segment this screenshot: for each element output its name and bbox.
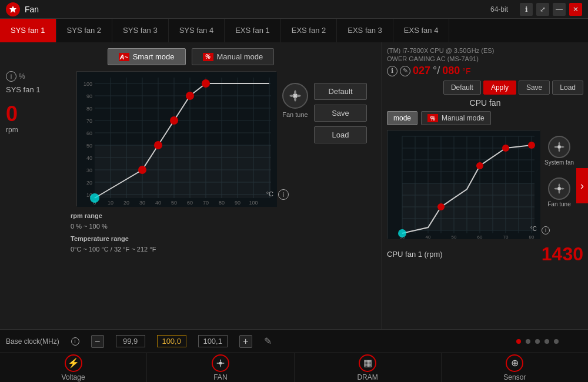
clock-minus-button[interactable]: − [91,335,104,348]
fan-tune-item: Fan tune [544,177,574,207]
svg-text:100: 100 [83,81,92,87]
smart-mode-icon: A~ [119,53,129,61]
nav-bar: ⚡ Voltage FAN ▦ DRAM ⊕ Sensor [0,353,588,382]
clock-value-2[interactable] [157,335,186,347]
default-button[interactable]: Default [314,83,367,100]
cpu-fan-rpm-row: CPU fan 1 (rpm) 1430 [387,243,583,265]
nav-dram-label: DRAM [357,373,377,381]
tab-exs-fan-3[interactable]: EXS fan 3 [337,19,393,42]
load-button[interactable]: Load [314,126,367,143]
app-logo [6,2,20,16]
info-button[interactable]: ℹ [520,3,533,16]
svg-point-82 [476,162,483,169]
system-fan-icon[interactable] [548,136,570,158]
fan-tune-right-label: Fan tune [547,201,570,207]
right-edit-icon[interactable]: ✎ [400,66,410,76]
system-fan-item: System fan [544,136,574,166]
nav-dram[interactable]: ▦ DRAM [295,353,442,382]
tab-exs-fan-4[interactable]: EXS fan 4 [393,19,450,42]
pagination-dots [516,339,559,344]
nav-voltage[interactable]: ⚡ Voltage [0,353,147,382]
cpu-mode-row: mode % Manual mode [387,111,583,125]
svg-point-80 [398,229,406,237]
smart-mode-button[interactable]: A~ Smart mode [108,48,186,65]
nav-fan[interactable]: FAN [147,353,294,382]
temp-range-value: 0°C ~ 100 °C / 32 °F ~ 212 °F [71,244,376,255]
sensor-icon: ⊕ [506,354,523,372]
base-clock-info-icon[interactable]: i [71,337,79,346]
cpu-chart-row: 30 40 50 60 70 80 [387,130,583,239]
chart-info-icon[interactable]: i [278,189,289,200]
fan-tune-button[interactable] [282,83,308,109]
tab-sys-fan-2[interactable]: SYS fan 2 [56,19,113,42]
clock-value-3[interactable] [198,335,228,347]
mode-buttons-row: A~ Smart mode % Manual mode [6,48,376,65]
fan-icon [212,354,229,372]
svg-text:30: 30 [86,167,92,173]
svg-text:50: 50 [86,143,92,149]
system-fan-label: System fan [544,159,574,166]
right-icons-col: System fan Fan tune [544,130,574,207]
minimize-button[interactable]: — [553,3,566,16]
fan-chart[interactable]: 100 90 80 70 60 50 40 30 20 10 0 10 [76,71,276,206]
clock-value-1[interactable] [116,335,145,347]
dot-5 [554,339,559,344]
cpu-fan-chart[interactable]: 30 40 50 60 70 80 [387,130,540,239]
chart-x-unit: °C [266,190,273,197]
svg-text:100: 100 [249,200,258,206]
range-info: rpm range 0 % ~ 100 % Temperature range … [6,211,376,254]
fan-tune-label: Fan tune [282,111,308,118]
board-name: OWER GAMING AC (MS-7A91) [387,55,583,62]
fan-rpm-value: 0 [6,103,71,125]
save-button[interactable]: Save [314,105,367,122]
fan-info-icon[interactable]: i [6,71,16,82]
svg-point-83 [502,145,509,152]
svg-point-45 [90,193,99,203]
svg-text:90: 90 [235,200,240,206]
right-save-button[interactable]: Save [519,81,550,95]
cpu-mode-button[interactable]: mode [387,111,417,125]
svg-text:50: 50 [452,234,457,239]
fan-tune-right-icon[interactable] [548,177,570,200]
temp-celsius: 027 [413,65,430,77]
right-default-button[interactable]: Default [443,81,481,95]
cpu-chart-info[interactable]: i [542,224,550,234]
dot-3 [535,339,540,344]
nav-sensor[interactable]: ⊕ Sensor [442,353,588,382]
cpu-fan-rpm-value: 1430 [542,243,583,265]
svg-text:60: 60 [187,200,193,206]
cpu-fan-title: CPU fan [387,98,583,108]
svg-point-46 [138,166,146,174]
rpm-range-label: rpm range [71,212,102,219]
svg-text:40: 40 [426,234,431,239]
app-title: Fan [25,5,490,14]
svg-point-47 [154,141,162,149]
close-button[interactable]: ✕ [569,3,582,16]
manual-mode-button[interactable]: % Manual mode [192,48,275,65]
dot-1 [516,339,521,344]
maximize-button[interactable]: ⤢ [536,3,549,16]
right-info-icon[interactable]: ℹ [387,66,397,76]
tab-exs-fan-2[interactable]: EXS fan 2 [281,19,338,42]
svg-text:20: 20 [86,180,92,186]
tab-sys-fan-3[interactable]: SYS fan 3 [112,19,169,42]
dot-2 [526,339,530,344]
svg-marker-0 [9,6,16,13]
tab-sys-fan-4[interactable]: SYS fan 4 [169,19,225,42]
tab-exs-fan-1[interactable]: EXS fan 1 [225,19,281,42]
nav-fan-label: FAN [213,373,227,381]
svg-text:70: 70 [86,118,92,124]
voltage-icon: ⚡ [65,354,82,372]
right-chevron[interactable]: › [576,168,588,203]
clock-edit-icon[interactable]: ✎ [264,336,272,347]
svg-text:30: 30 [139,200,145,206]
fan-rpm-unit: rpm [6,126,71,134]
cpu-manual-mode-button[interactable]: % Manual mode [421,111,491,125]
right-apply-button[interactable]: Apply [483,81,516,95]
clock-plus-button[interactable]: + [239,335,252,348]
svg-point-49 [186,92,194,100]
right-load-button[interactable]: Load [552,81,583,95]
tab-sys-fan-1[interactable]: SYS fan 1 [0,19,56,42]
bottom-bar: Base clock(MHz) i − + ✎ [0,329,588,353]
svg-text:60: 60 [86,130,92,136]
